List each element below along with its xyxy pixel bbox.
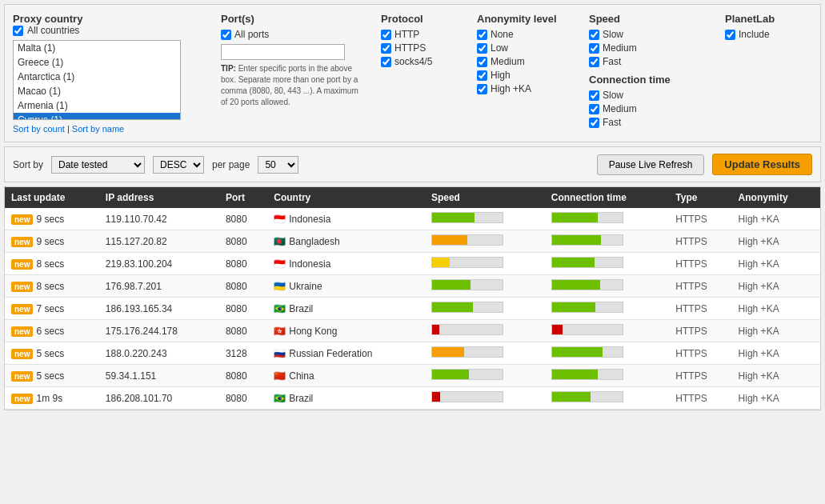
all-countries-checkbox[interactable]	[13, 26, 23, 36]
country-list-item[interactable]: Antarctica (1)	[14, 70, 180, 84]
speed-bar-container	[431, 302, 503, 313]
proxy-country-title: Proxy country	[13, 13, 205, 25]
conn-time-cell	[545, 275, 670, 298]
anonymity-cell: High +KA	[732, 387, 820, 410]
speed-cell	[425, 275, 545, 298]
new-badge: new	[11, 349, 33, 359]
table-header-cell[interactable]: Port	[219, 187, 267, 208]
table-header-cell[interactable]: Anonymity	[732, 187, 820, 208]
country-listbox[interactable]: Malta (1)Greece (1)Antarctica (1)Macao (…	[13, 40, 181, 120]
table-header-cell[interactable]: Connection time	[545, 187, 670, 208]
conn-time-item: Fast	[589, 117, 709, 128]
planetlab-item: Include	[725, 29, 805, 40]
speed-items: SlowMediumFast	[589, 29, 709, 67]
anonymity-item: High +KA	[477, 83, 573, 94]
conn-time-title: Connection time	[589, 74, 709, 86]
order-select[interactable]: DESCASC	[153, 156, 204, 174]
conn-bar-container	[551, 257, 623, 268]
type-cell: HTTPS	[669, 298, 731, 320]
table-header-cell[interactable]: IP address	[99, 187, 219, 208]
last-update-cell: new5 secs	[5, 365, 99, 387]
anonymity-item: Low	[477, 42, 573, 54]
country-list-item[interactable]: Armenia (1)	[14, 98, 180, 113]
conn-time-cell	[545, 365, 670, 387]
sort-by-name-link[interactable]: Sort by name	[72, 124, 124, 134]
table-header-cell[interactable]: Country	[267, 187, 425, 208]
table-body: new9 secs119.110.70.428080🇮🇩Indonesia HT…	[5, 208, 820, 410]
protocol-item: socks4/5	[381, 56, 461, 67]
new-badge: new	[11, 282, 33, 292]
sort-by-count-link[interactable]: Sort by count	[13, 124, 65, 134]
conn-time-cell	[545, 320, 670, 342]
protocol-item: HTTPS	[381, 42, 461, 54]
new-badge: new	[11, 304, 33, 314]
country-cell: 🇺🇦Ukraine	[267, 275, 425, 298]
anonymity-item: Medium	[477, 56, 573, 67]
country-list-item[interactable]: Cyprus (1)	[14, 113, 180, 120]
speed-bar-container	[431, 324, 503, 335]
controls-bar: Sort by Date testedSpeedConnection timeI…	[4, 146, 821, 182]
conn-time-cell	[545, 342, 670, 365]
anonymity-items: NoneLowMediumHighHigh +KA	[477, 29, 573, 94]
ports-section: Port(s) All ports TIP: Enter specific po…	[221, 13, 365, 134]
planetlab-section: PlanetLab Include	[725, 13, 805, 134]
results-table: Last updateIP addressPortCountrySpeedCon…	[4, 186, 821, 410]
ports-input[interactable]	[221, 44, 345, 60]
last-update-cell: new8 secs	[5, 253, 99, 275]
all-ports-checkbox[interactable]	[221, 30, 231, 40]
ip-address-cell: 188.0.220.243	[99, 342, 219, 365]
conn-bar-container	[551, 391, 623, 402]
country-cell: 🇧🇩Bangladesh	[267, 230, 425, 253]
country-list-item[interactable]: Macao (1)	[14, 84, 180, 98]
conn-bar	[552, 347, 603, 357]
table-header-cell[interactable]: Speed	[425, 187, 545, 208]
speed-bar	[432, 302, 473, 312]
table-row: new8 secs176.98.7.2018080🇺🇦Ukraine HTTPS…	[5, 275, 820, 298]
speed-bar	[432, 280, 471, 290]
speed-cell	[425, 365, 545, 387]
type-cell: HTTPS	[669, 320, 731, 342]
conn-bar	[552, 392, 591, 402]
speed-bar	[432, 392, 441, 402]
new-badge: new	[11, 371, 33, 382]
speed-bar	[432, 325, 439, 334]
anonymity-cell: High +KA	[732, 253, 820, 275]
protocol-title: Protocol	[381, 13, 461, 25]
pause-button[interactable]: Pause Live Refresh	[597, 154, 705, 175]
update-button[interactable]: Update Results	[712, 154, 812, 175]
country-cell: 🇧🇷Brazil	[267, 387, 425, 410]
ip-address-cell: 175.176.244.178	[99, 320, 219, 342]
port-cell: 8080	[219, 365, 267, 387]
country-list-item[interactable]: Malta (1)	[14, 41, 180, 55]
table-header-cell[interactable]: Last update	[5, 187, 99, 208]
table-row: new1m 9s186.208.101.708080🇧🇷Brazil HTTPS…	[5, 387, 820, 410]
new-badge: new	[11, 394, 33, 404]
conn-bar	[552, 302, 596, 312]
anonymity-section: Anonymity level NoneLowMediumHighHigh +K…	[477, 13, 573, 134]
new-badge: new	[11, 326, 33, 337]
last-update-cell: new6 secs	[5, 320, 99, 342]
anonymity-cell: High +KA	[732, 342, 820, 365]
country-list-item[interactable]: Greece (1)	[14, 55, 180, 70]
table-row: new5 secs188.0.220.2433128🇷🇺Russian Fede…	[5, 342, 820, 365]
table-row: new5 secs59.34.1.1518080🇨🇳China HTTPSHig…	[5, 365, 820, 387]
ip-address-cell: 176.98.7.201	[99, 275, 219, 298]
all-countries-label: All countries	[27, 25, 79, 36]
conn-bar	[552, 235, 602, 245]
per-page-select[interactable]: 50100150	[258, 156, 298, 174]
table-row: new8 secs219.83.100.2048080🇮🇩Indonesia H…	[5, 253, 820, 275]
table-row: new6 secs175.176.244.1788080🇭🇰Hong Kong …	[5, 320, 820, 342]
conn-bar	[552, 370, 598, 379]
sort-by-select[interactable]: Date testedSpeedConnection timeIP addres…	[51, 156, 145, 174]
last-update-cell: new9 secs	[5, 230, 99, 253]
conn-bar-container	[551, 234, 623, 246]
table-header-cell[interactable]: Type	[669, 187, 731, 208]
ip-address-cell: 115.127.20.82	[99, 230, 219, 253]
table-row: new7 secs186.193.165.348080🇧🇷Brazil HTTP…	[5, 298, 820, 320]
speed-bar	[432, 347, 464, 357]
ip-address-cell: 219.83.100.204	[99, 253, 219, 275]
port-cell: 8080	[219, 298, 267, 320]
table-header: Last updateIP addressPortCountrySpeedCon…	[5, 187, 820, 208]
anonymity-cell: High +KA	[732, 320, 820, 342]
type-cell: HTTPS	[669, 208, 731, 230]
